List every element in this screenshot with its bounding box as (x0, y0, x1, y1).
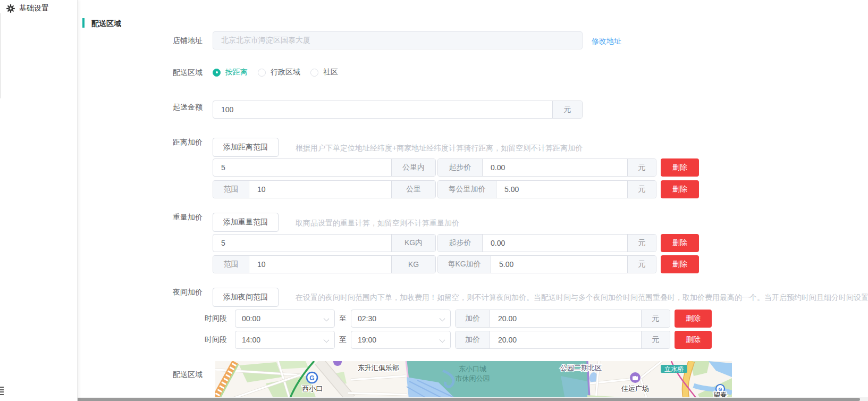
distance-row1-price-unit: 元 (627, 159, 656, 176)
weight-row1-delete-button[interactable]: 删除 (661, 234, 699, 252)
weight-row1-price-input[interactable]: 0.00 (483, 235, 627, 252)
distance-row2-range-unit: 公里 (391, 181, 435, 198)
weight-row1-range-unit: KG内 (391, 235, 435, 252)
distance-label: 距离加价 (165, 138, 203, 146)
radio-icon (310, 69, 318, 77)
area-mode-radios: 按距离 行政区域 社区 (213, 68, 348, 77)
distance-row2-range-prepend: 范围 (213, 181, 249, 198)
address-label: 店铺地址 (165, 36, 203, 45)
distance-row1-range-group: 5 公里内 (213, 158, 436, 177)
min-amount-unit: 元 (552, 101, 582, 118)
radio-by-distance[interactable]: 按距离 (213, 68, 248, 77)
weight-row2-range-prepend: 范围 (213, 256, 249, 273)
night-row2-to-word: 至 (339, 335, 347, 345)
radio-icon (258, 69, 266, 77)
weight-row2-price-unit: 元 (627, 256, 656, 273)
map-label-gongyuan: 公园二期北区 (560, 364, 602, 372)
min-amount-input-group: 100 元 (213, 101, 583, 119)
distance-row2-price-prepend: 每公里加价 (438, 181, 496, 198)
add-weight-range-button[interactable]: 添加重量范围 (213, 213, 279, 232)
distance-row1-range-unit: 公里内 (391, 159, 435, 176)
night-row2-price-unit: 元 (641, 331, 670, 348)
weight-row1-price-group: 起步价 0.00 元 (437, 234, 656, 252)
night-row2-price-prepend: 加价 (456, 331, 490, 348)
add-night-range-button[interactable]: 添加夜间范围 (213, 288, 279, 307)
night-row1-price-group: 加价 20.00 元 (455, 310, 670, 328)
map-label-dongshenghui: 东升汇俱乐部 (358, 364, 399, 372)
distance-row1-range-input[interactable]: 5 (213, 159, 391, 176)
radio-community[interactable]: 社区 (310, 68, 338, 77)
night-row1-from-select[interactable]: 00:00 (235, 310, 335, 328)
gear-icon (6, 4, 15, 13)
distance-row2-price-input[interactable]: 5.00 (496, 181, 627, 198)
distance-row1-delete-button[interactable]: 删除 (661, 158, 699, 177)
map-label-park-line2: 市休闲公园 (456, 374, 490, 382)
night-label: 夜间加价 (165, 288, 203, 296)
address-placeholder: 北京北京市海淀区国泰大厦 (221, 36, 310, 45)
sidebar-item-basic-settings[interactable]: 基础设置 (6, 4, 49, 13)
distance-row2-price-unit: 元 (627, 181, 656, 198)
weight-row1-range-group: 5 KG内 (213, 234, 436, 252)
radio-admin-region[interactable]: 行政区域 (258, 68, 300, 77)
sidebar: 基础设置 (0, 0, 78, 401)
night-row1: 时间段 00:00 至 02:30 加价 20.00 元 删除 (205, 310, 712, 328)
distance-row2-delete-button[interactable]: 删除 (661, 180, 699, 198)
distance-row1-price-group: 起步价 0.00 元 (437, 158, 656, 177)
area-mode-label: 配送区域 (165, 68, 203, 77)
chevron-down-icon (440, 316, 445, 322)
weight-row2-range-input[interactable]: 10 (249, 256, 391, 273)
map-label-xixiaokou: 西小口 (302, 385, 323, 392)
distance-row2-range-input[interactable]: 10 (249, 181, 391, 198)
map-label-lishuiqiao: 立水桥 (664, 365, 684, 373)
weight-row2-delete-button[interactable]: 删除 (661, 255, 699, 273)
night-row1-price-unit: 元 (641, 310, 670, 327)
map-label-jiayun: 佳运广场 (621, 385, 649, 392)
night-row2-delete-button[interactable]: 删除 (675, 331, 712, 349)
weight-hint: 取商品设置的重量计算，如留空则不计算重量加价 (296, 219, 459, 228)
add-distance-range-button[interactable]: 添加距离范围 (213, 138, 279, 157)
distance-hint: 根据用户下单定位地址经纬度+商家地址经纬度计算骑行距离，如留空则不计算距离加价 (296, 144, 583, 153)
weight-label: 重量加价 (165, 213, 203, 221)
map-row-label: 配送区域 (165, 370, 203, 379)
sidebar-item-label: 基础设置 (19, 4, 49, 13)
weight-row2-range-group: 范围 10 KG (213, 255, 436, 273)
night-row1-to-word: 至 (339, 314, 347, 323)
night-row2-to-select[interactable]: 19:00 (351, 331, 451, 349)
night-row2-time-label: 时间段 (205, 335, 227, 345)
address-input[interactable]: 北京北京市海淀区国泰大厦 (213, 31, 583, 49)
min-amount-input[interactable]: 100 (213, 101, 552, 118)
weight-row2-price-group: 每KG加价 5.00 元 (437, 255, 656, 273)
night-row1-delete-button[interactable]: 删除 (675, 310, 712, 328)
weight-row1-price-prepend: 起步价 (438, 235, 483, 252)
distance-row1-price-prepend: 起步价 (438, 159, 483, 176)
weight-row1-price-unit: 元 (627, 235, 656, 252)
night-row2-price-input[interactable]: 20.00 (490, 331, 641, 348)
weight-row2-price-input[interactable]: 5.00 (491, 256, 627, 273)
chevron-down-icon (324, 337, 330, 343)
night-row1-to-select[interactable]: 02:30 (351, 310, 451, 328)
grip-marks (0, 387, 4, 396)
delivery-settings-page: 基础设置 配送区域 店铺地址 北京北京市海淀区国泰大厦 修改地址 配送区域 按距… (0, 0, 868, 401)
night-row1-price-input[interactable]: 20.00 (490, 310, 641, 327)
modify-address-link[interactable]: 修改地址 (592, 37, 621, 46)
map-label-park-line1: 东小口城 (459, 365, 486, 373)
delivery-area-map[interactable]: G G 东升汇俱乐部 西小口 东小口城 市休闲公园 公园二期北区 立水桥 佳运广… (215, 361, 732, 399)
section-title: 配送区域 (91, 19, 121, 29)
chevron-down-icon (324, 316, 330, 322)
section-accent-bar (82, 18, 85, 28)
weight-row2-range-unit: KG (391, 256, 435, 273)
distance-row1-price-input[interactable]: 0.00 (483, 159, 627, 176)
chevron-down-icon (440, 337, 445, 343)
horizontal-scrollbar-thumb[interactable] (0, 398, 860, 401)
weight-row1-range-input[interactable]: 5 (213, 235, 391, 252)
night-row2: 时间段 14:00 至 19:00 加价 20.00 元 删除 (205, 331, 712, 349)
night-row1-price-prepend: 加价 (456, 310, 490, 327)
night-row2-from-select[interactable]: 14:00 (235, 331, 335, 349)
distance-row2-range-group: 范围 10 公里 (213, 180, 436, 198)
min-amount-label: 起送金额 (165, 103, 203, 111)
night-row1-time-label: 时间段 (205, 314, 227, 323)
weight-row2-price-prepend: 每KG加价 (438, 256, 491, 273)
left-edge-line (0, 13, 1, 98)
svg-text:G: G (309, 374, 314, 382)
night-hint: 在设置的夜间时间范围内下单，加收费用！如留空，则不计算夜间加价。当配送时间与多个… (296, 293, 868, 303)
